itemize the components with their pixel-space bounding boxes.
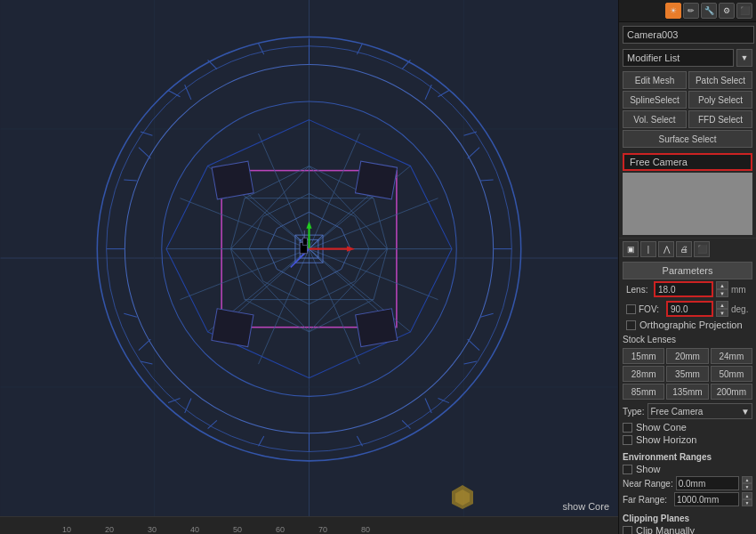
- camera-preview: [623, 173, 752, 235]
- env-show-label: Show: [636, 464, 661, 474]
- lens-85mm[interactable]: 85mm: [623, 384, 664, 400]
- object-name-input[interactable]: [623, 26, 754, 44]
- clip-manually-checkbox[interactable]: [623, 526, 632, 535]
- lens-135mm[interactable]: 135mm: [666, 384, 708, 400]
- modifier-list-row: Modifier List ▼: [619, 47, 756, 69]
- near-range-spin-down[interactable]: ▼: [742, 483, 752, 490]
- lens-spin-down[interactable]: ▼: [716, 289, 728, 297]
- lens-20mm[interactable]: 20mm: [666, 348, 708, 364]
- ruler-bottom: 10 20 30 40 50 60 70 80: [0, 516, 618, 534]
- poly-select-button[interactable]: Poly Select: [688, 91, 752, 109]
- svg-rect-58: [356, 309, 398, 347]
- modifier-list-label: Modifier List: [623, 49, 734, 67]
- viewport-logo: [449, 482, 476, 509]
- fov-spin-up[interactable]: ▲: [716, 301, 728, 309]
- free-camera-header: Free Camera: [623, 153, 752, 171]
- ortho-label: Orthographic Projection: [639, 320, 743, 330]
- camera-tools: ▣ | ⋀ 🖨 ⬛: [619, 238, 756, 260]
- svg-rect-57: [212, 309, 253, 347]
- svg-rect-56: [355, 161, 397, 199]
- far-range-label: Far Range:: [623, 495, 672, 505]
- fov-spinners: ▲ ▼: [716, 301, 728, 317]
- panel-top-icons: ☀ ✏ 🔧 ⚙ ⬛: [619, 0, 756, 22]
- edit-mesh-button[interactable]: Edit Mesh: [623, 71, 687, 89]
- clip-manually-row: Clip Manually: [619, 524, 756, 534]
- near-range-row: Near Range: 0.0mm ▲ ▼: [619, 475, 756, 491]
- cam-tool-line[interactable]: |: [640, 241, 656, 257]
- panel-icon-edit[interactable]: ✏: [683, 3, 699, 19]
- right-panel: ☀ ✏ 🔧 ⚙ ⬛ Modifier List ▼ Edit Mesh Patc…: [618, 0, 756, 534]
- lens-15mm[interactable]: 15mm: [623, 348, 664, 364]
- lens-buttons-grid: 15mm 20mm 24mm 28mm 35mm 50mm 85mm 135mm…: [619, 346, 756, 401]
- lens-input[interactable]: 18.0: [654, 281, 713, 297]
- show-horizon-checkbox[interactable]: [623, 435, 632, 445]
- fov-row: FOV: 90.0 ▲ ▼ deg.: [623, 299, 752, 319]
- panel-icon-properties[interactable]: ⚙: [719, 3, 735, 19]
- surface-select-button[interactable]: Surface Select: [623, 130, 752, 148]
- far-range-spinners: ▲ ▼: [742, 492, 752, 506]
- lens-spin-up[interactable]: ▲: [716, 281, 728, 289]
- patch-select-button[interactable]: Patch Select: [688, 71, 752, 89]
- far-range-spin-up[interactable]: ▲: [742, 492, 752, 499]
- ortho-checkbox[interactable]: [626, 320, 636, 330]
- panel-icon-camera[interactable]: ☀: [665, 3, 681, 19]
- parameters-header: Parameters: [623, 262, 752, 279]
- lens-label: Lens:: [626, 285, 651, 295]
- fov-label: FOV:: [639, 304, 664, 314]
- free-camera-section: Free Camera: [623, 153, 752, 235]
- cam-tool-square[interactable]: ⬛: [694, 241, 710, 257]
- type-row: Type: Free Camera ▼: [619, 401, 756, 421]
- ffd-select-button[interactable]: FFD Select: [688, 110, 752, 128]
- lens-28mm[interactable]: 28mm: [623, 366, 664, 382]
- far-range-input[interactable]: 1000.0mm: [674, 492, 739, 506]
- cam-tool-frame[interactable]: ▣: [623, 241, 639, 257]
- panel-icon-modifier[interactable]: 🔧: [701, 3, 717, 19]
- clip-header: Clipping Planes: [619, 511, 756, 524]
- show-cone-checkbox[interactable]: [623, 423, 632, 433]
- stock-lenses-label: Stock Lenses: [619, 333, 756, 346]
- lens-200mm[interactable]: 200mm: [711, 384, 752, 400]
- object-name-row: [619, 22, 756, 47]
- modifier-list-dropdown[interactable]: ▼: [736, 49, 752, 67]
- lens-unit: mm: [731, 285, 749, 295]
- fov-spin-down[interactable]: ▼: [716, 309, 728, 317]
- lens-spinners: ▲ ▼: [716, 281, 728, 297]
- panel-icon-display[interactable]: ⬛: [736, 3, 752, 19]
- lens-24mm[interactable]: 24mm: [711, 348, 752, 364]
- svg-rect-69: [302, 238, 307, 245]
- ruler-marks: 10 20 30 40 50 60 70 80: [0, 517, 618, 534]
- type-label: Type:: [623, 407, 644, 417]
- env-show-row: Show: [619, 463, 756, 475]
- viewport-scene: [0, 0, 618, 516]
- type-dropdown-arrow: ▼: [741, 407, 750, 417]
- lens-35mm[interactable]: 35mm: [666, 366, 708, 382]
- far-range-spin-down[interactable]: ▼: [742, 499, 752, 506]
- lens-row: Lens: 18.0 ▲ ▼ mm: [623, 279, 752, 299]
- vol-select-button[interactable]: Vol. Select: [623, 110, 687, 128]
- fov-unit: deg.: [731, 304, 749, 314]
- fov-input[interactable]: 90.0: [666, 301, 713, 317]
- near-range-spin-up[interactable]: ▲: [742, 476, 752, 483]
- cam-tool-tri[interactable]: ⋀: [658, 241, 674, 257]
- env-show-checkbox[interactable]: [623, 465, 632, 474]
- fov-checkbox[interactable]: [626, 304, 636, 314]
- show-horizon-row: Show Horizon: [619, 433, 756, 446]
- near-range-input[interactable]: 0.0mm: [676, 476, 739, 490]
- cam-tool-print[interactable]: 🖨: [676, 241, 692, 257]
- parameters-section: Parameters Lens: 18.0 ▲ ▼ mm FOV: 90.0: [623, 262, 752, 331]
- show-cone-row: Show Cone: [619, 421, 756, 433]
- lens-50mm[interactable]: 50mm: [711, 366, 752, 382]
- env-ranges-header: Environment Ranges: [619, 449, 756, 463]
- show-core-label: show Core: [562, 501, 609, 512]
- spline-select-button[interactable]: SplineSelect: [623, 91, 687, 109]
- show-horizon-label: Show Horizon: [636, 434, 696, 445]
- near-range-spinners: ▲ ▼: [742, 476, 752, 490]
- far-range-row: Far Range: 1000.0mm ▲ ▼: [619, 491, 756, 507]
- type-dropdown[interactable]: Free Camera ▼: [647, 403, 752, 419]
- type-value: Free Camera: [650, 407, 703, 417]
- ortho-row: Orthographic Projection: [623, 319, 752, 331]
- near-range-label: Near Range:: [623, 479, 673, 489]
- viewport: WWW.3DXX.COM: [0, 0, 618, 534]
- show-cone-label: Show Cone: [636, 422, 687, 433]
- main-container: WWW.3DXX.COM: [0, 0, 756, 534]
